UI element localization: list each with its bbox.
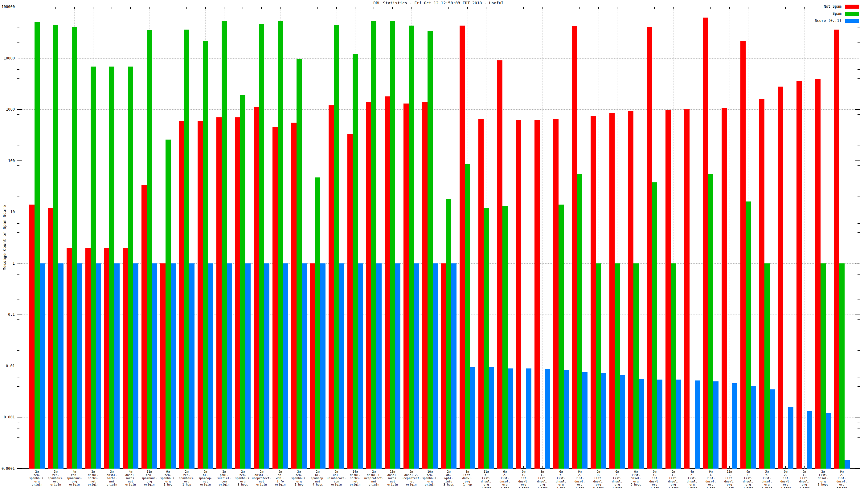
bar-not-spam (385, 96, 390, 468)
x-tick (430, 7, 430, 9)
x-tick (804, 466, 805, 468)
x-gridline (692, 7, 692, 468)
bar-spam (165, 139, 171, 468)
bar-score (133, 263, 138, 468)
y-minor-tick (17, 326, 20, 326)
bar-score (171, 263, 176, 468)
x-tick (336, 7, 337, 9)
x-tick (692, 466, 692, 468)
bar-not-spam (179, 121, 184, 468)
y-major-tick (17, 417, 22, 418)
y-minor-tick (858, 165, 860, 166)
y-minor-tick (858, 69, 860, 70)
y-minor-tick (17, 94, 20, 94)
bar-spam (352, 54, 358, 468)
bar-score (189, 263, 194, 468)
y-tick-label: 0.0001 (0, 466, 15, 471)
bar-score (40, 263, 45, 468)
bar-score (114, 263, 120, 468)
legend-label: Spam (833, 11, 841, 16)
bar-score (414, 263, 419, 468)
y-major-tick (17, 58, 22, 58)
y-minor-tick (858, 12, 860, 12)
bar-score (601, 373, 606, 468)
bar-spam (708, 174, 713, 468)
bar-not-spam (572, 26, 577, 468)
x-tick (692, 7, 692, 9)
x-tick (542, 7, 542, 9)
x-tick (56, 7, 56, 9)
bar-not-spam (366, 102, 371, 468)
x-gridline (542, 7, 542, 468)
bar-score (826, 413, 831, 468)
bar-spam (297, 59, 302, 468)
y-major-tick (855, 366, 860, 366)
y-minor-tick (858, 326, 860, 326)
y-minor-tick (858, 402, 860, 402)
bar-not-spam (721, 108, 727, 468)
bar-score (788, 407, 794, 468)
x-tick (486, 7, 487, 9)
bar-not-spam (273, 127, 278, 468)
y-tick-label: 1000 (0, 107, 15, 111)
y-minor-tick (17, 121, 20, 121)
y-minor-tick (858, 130, 860, 130)
bar-score (732, 383, 737, 468)
x-tick (74, 7, 74, 9)
y-minor-tick (858, 27, 860, 27)
y-minor-tick (858, 248, 860, 248)
legend: Not SpamSpamScore (0..1) (815, 4, 859, 26)
bar-spam (240, 95, 245, 468)
y-minor-tick (858, 274, 860, 275)
y-minor-tick (17, 12, 20, 12)
x-tick (842, 7, 842, 9)
y-minor-tick (17, 232, 20, 233)
y-minor-tick (17, 437, 20, 438)
x-tick (243, 7, 243, 9)
y-minor-tick (17, 274, 20, 275)
x-tick (823, 7, 823, 9)
x-tick (130, 7, 131, 9)
bar-score (77, 263, 82, 468)
y-minor-tick (17, 371, 20, 371)
bar-score (713, 381, 718, 468)
y-major-tick (17, 212, 22, 212)
bar-not-spam (104, 248, 109, 468)
x-tick (93, 7, 93, 9)
x-tick (729, 7, 730, 9)
bar-score (264, 263, 270, 468)
bar-not-spam (497, 60, 502, 468)
x-tick (205, 7, 206, 9)
y-minor-tick (17, 335, 20, 335)
bar-score (807, 411, 812, 468)
bar-spam (820, 263, 826, 468)
bar-score (639, 379, 644, 468)
y-gridline (17, 58, 860, 59)
y-minor-tick (17, 172, 20, 172)
x-tick (317, 7, 318, 9)
bar-spam (203, 41, 208, 468)
bar-not-spam (403, 103, 409, 468)
legend-row: Not Spam (815, 4, 859, 9)
y-major-tick (855, 109, 860, 110)
bar-not-spam (610, 113, 615, 468)
x-tick (561, 7, 561, 9)
x-tick (186, 7, 187, 9)
x-tick (580, 7, 580, 9)
bar-score (620, 375, 625, 468)
bar-score (58, 263, 63, 468)
x-category-label: 9@ 2. list. dnswl. org origin (823, 470, 860, 488)
y-major-tick (17, 263, 22, 263)
y-minor-tick (17, 248, 20, 248)
bar-spam (259, 24, 264, 468)
x-gridline (786, 7, 786, 468)
bar-not-spam (142, 185, 147, 468)
bar-spam (446, 199, 451, 468)
bar-score (208, 263, 213, 468)
y-major-tick (855, 212, 860, 212)
y-minor-tick (17, 27, 20, 27)
bar-spam (72, 27, 77, 468)
x-tick (411, 7, 411, 9)
legend-row: Spam (815, 11, 859, 16)
y-gridline (17, 109, 860, 110)
